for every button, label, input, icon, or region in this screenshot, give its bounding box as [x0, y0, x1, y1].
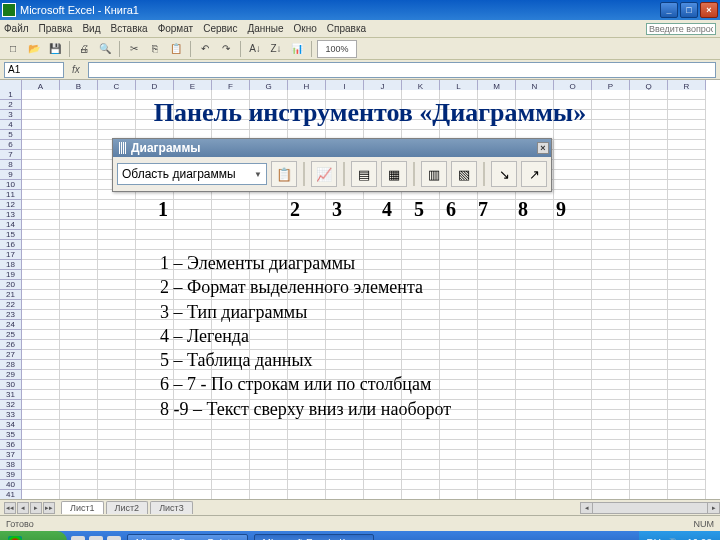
cell[interactable]	[22, 170, 60, 180]
cell[interactable]	[440, 310, 478, 320]
cell[interactable]	[212, 100, 250, 110]
cell[interactable]	[592, 130, 630, 140]
cell[interactable]	[326, 150, 364, 160]
cell[interactable]	[440, 440, 478, 450]
cell[interactable]	[516, 440, 554, 450]
sheet-tab-3[interactable]: Лист3	[150, 501, 193, 514]
cell[interactable]	[364, 320, 402, 330]
cell[interactable]	[554, 380, 592, 390]
cell[interactable]	[668, 460, 706, 470]
cell[interactable]	[136, 190, 174, 200]
cell[interactable]	[98, 370, 136, 380]
cell[interactable]	[212, 470, 250, 480]
row-header[interactable]: 13	[0, 210, 22, 220]
cell[interactable]	[554, 160, 592, 170]
cell[interactable]	[630, 300, 668, 310]
cell[interactable]	[402, 390, 440, 400]
cell[interactable]	[98, 100, 136, 110]
cell[interactable]	[60, 400, 98, 410]
cell[interactable]	[326, 270, 364, 280]
cell[interactable]	[136, 390, 174, 400]
cell[interactable]	[250, 160, 288, 170]
cell[interactable]	[98, 160, 136, 170]
cell[interactable]	[98, 350, 136, 360]
cell[interactable]	[516, 180, 554, 190]
menu-help[interactable]: Справка	[327, 23, 366, 34]
cell[interactable]	[22, 480, 60, 490]
cell[interactable]	[288, 430, 326, 440]
cell[interactable]	[440, 320, 478, 330]
cell[interactable]	[250, 480, 288, 490]
cell[interactable]	[288, 400, 326, 410]
cell[interactable]	[516, 300, 554, 310]
cell[interactable]	[174, 170, 212, 180]
cell[interactable]	[212, 170, 250, 180]
quicklaunch-icon[interactable]	[107, 536, 121, 540]
cell[interactable]	[630, 470, 668, 480]
cell[interactable]	[554, 240, 592, 250]
cell[interactable]	[22, 270, 60, 280]
cell[interactable]	[554, 430, 592, 440]
cell[interactable]	[98, 410, 136, 420]
cell[interactable]	[554, 310, 592, 320]
cell[interactable]	[364, 130, 402, 140]
cell[interactable]	[22, 240, 60, 250]
cell[interactable]	[592, 270, 630, 280]
cell[interactable]	[440, 160, 478, 170]
cell[interactable]	[250, 230, 288, 240]
cell[interactable]	[516, 220, 554, 230]
sort-desc-icon[interactable]: Z↓	[267, 40, 285, 58]
cell[interactable]	[250, 260, 288, 270]
cell[interactable]	[592, 210, 630, 220]
cell[interactable]	[60, 290, 98, 300]
cell[interactable]	[592, 350, 630, 360]
cell[interactable]	[212, 270, 250, 280]
cell[interactable]	[440, 460, 478, 470]
cell[interactable]	[592, 170, 630, 180]
cell[interactable]	[326, 360, 364, 370]
row-header[interactable]: 30	[0, 380, 22, 390]
cell[interactable]	[554, 400, 592, 410]
cell[interactable]	[516, 450, 554, 460]
cell[interactable]	[136, 310, 174, 320]
cell[interactable]	[630, 450, 668, 460]
cell[interactable]	[516, 100, 554, 110]
cell[interactable]	[668, 340, 706, 350]
row-header[interactable]: 26	[0, 340, 22, 350]
cell[interactable]	[22, 400, 60, 410]
new-icon[interactable]: □	[4, 40, 22, 58]
cell[interactable]	[22, 370, 60, 380]
cell[interactable]	[174, 120, 212, 130]
cell[interactable]	[592, 430, 630, 440]
cell[interactable]	[326, 110, 364, 120]
cell[interactable]	[174, 280, 212, 290]
task-excel[interactable]: Microsoft Excel - Кни...	[254, 534, 374, 540]
cell[interactable]	[592, 280, 630, 290]
cell[interactable]	[364, 140, 402, 150]
cell[interactable]	[60, 150, 98, 160]
cell[interactable]	[250, 360, 288, 370]
cell[interactable]	[478, 460, 516, 470]
start-button[interactable]: пуск	[0, 531, 67, 540]
cell[interactable]	[212, 380, 250, 390]
cell[interactable]	[250, 450, 288, 460]
cell[interactable]	[60, 110, 98, 120]
cell[interactable]	[136, 420, 174, 430]
cell[interactable]	[60, 450, 98, 460]
cell[interactable]	[174, 300, 212, 310]
cell[interactable]	[288, 210, 326, 220]
cell[interactable]	[22, 260, 60, 270]
cell[interactable]	[478, 360, 516, 370]
cell[interactable]	[250, 200, 288, 210]
cell[interactable]	[22, 320, 60, 330]
cell[interactable]	[440, 300, 478, 310]
cell[interactable]	[402, 180, 440, 190]
cell[interactable]	[402, 310, 440, 320]
cell[interactable]	[60, 320, 98, 330]
cell[interactable]	[440, 190, 478, 200]
cell[interactable]	[440, 220, 478, 230]
cell[interactable]	[98, 230, 136, 240]
cell[interactable]	[630, 410, 668, 420]
chart-wizard-icon[interactable]: 📊	[288, 40, 306, 58]
cell[interactable]	[212, 130, 250, 140]
